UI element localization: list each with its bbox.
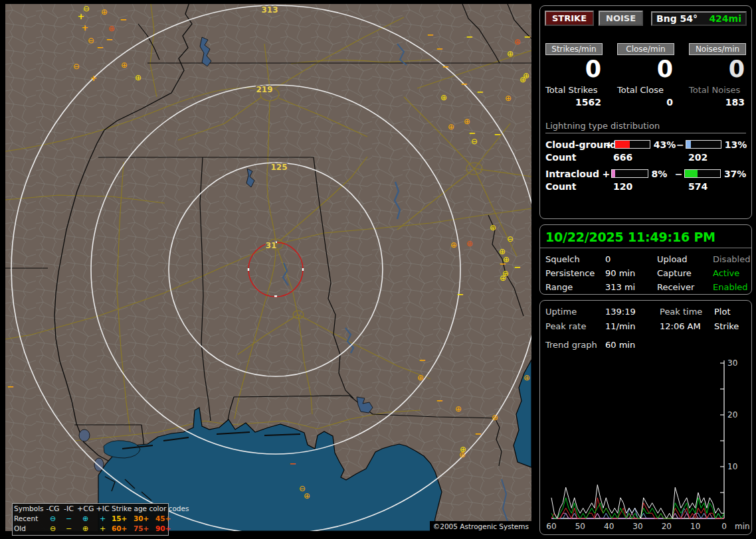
strike-button[interactable]: STRIKE bbox=[545, 11, 594, 26]
svg-text:50: 50 bbox=[575, 522, 585, 531]
map-area[interactable]: 31321912531 ⊖⊕+−+⊕⊖−−⊖⊕+⊕−−⊕−⊕−−⊕⊕−−⊕⊕⊕⊕… bbox=[5, 4, 531, 531]
datetime-display: 10/22/2025 11:49:16 PM bbox=[540, 225, 751, 248]
plus-icon: + bbox=[82, 23, 89, 33]
svg-text:10: 10 bbox=[690, 522, 700, 531]
svg-text:219: 219 bbox=[256, 85, 272, 94]
legend-header-pos-cg: +CG bbox=[76, 505, 94, 512]
minus-icon: − bbox=[419, 355, 426, 365]
minus-icon: − bbox=[427, 30, 434, 40]
minus-sign: − bbox=[676, 139, 684, 150]
circle-minus-icon: ⊖ bbox=[73, 62, 80, 71]
minus-icon: − bbox=[514, 262, 521, 272]
total-close-value: 0 bbox=[617, 97, 674, 108]
total-strikes-value: 1562 bbox=[545, 97, 603, 108]
plot-label: Plot bbox=[714, 307, 746, 317]
capture-status: Active bbox=[713, 268, 750, 278]
copyright-notice: ©2005 Astrogenic Systems bbox=[430, 521, 532, 532]
circle-plus-icon: ⊕ bbox=[500, 273, 506, 283]
peak-rate-value: 11/min bbox=[605, 321, 660, 331]
legend-row-recent-label: Recent bbox=[13, 515, 44, 522]
circle-plus-icon: ⊕ bbox=[135, 73, 142, 82]
circle-plus-icon: ⊕ bbox=[448, 122, 454, 131]
cg-negative-pct: 13% bbox=[723, 139, 747, 150]
circle-plus-icon: ⊕ bbox=[464, 117, 470, 126]
circle-plus-icon: ⊕ bbox=[455, 404, 462, 414]
map-legend: Symbols -CG -IC +CG +IC Strike age color… bbox=[12, 503, 169, 536]
peak-time-value: 12:06 AM bbox=[660, 321, 714, 331]
close-per-min-value: 0 bbox=[617, 57, 674, 82]
minus-icon: − bbox=[477, 87, 484, 97]
svg-text:20: 20 bbox=[662, 522, 672, 531]
noises-column: Noises/min 0 Total Noises 183 bbox=[689, 42, 746, 108]
cloud-ground-count-row: Count 666 202 bbox=[540, 150, 751, 163]
minus-icon: − bbox=[494, 129, 502, 139]
ic-positive-count: 120 bbox=[605, 181, 680, 192]
minus-icon: − bbox=[60, 515, 76, 522]
lake-pontchartrain bbox=[104, 441, 140, 458]
close-column: Close/min 0 Total Close 0 bbox=[617, 42, 674, 108]
circle-plus-icon: ⊕ bbox=[505, 94, 512, 103]
plus-sign: + bbox=[605, 139, 613, 150]
bearing-value: Bng 54° bbox=[656, 13, 698, 24]
plus-icon: + bbox=[94, 515, 110, 522]
circle-plus-icon: ⊕ bbox=[101, 7, 108, 17]
minus-icon: − bbox=[60, 525, 76, 532]
circle-plus-icon: ⊕ bbox=[108, 24, 115, 33]
circle-plus-icon: ⊕ bbox=[523, 373, 530, 382]
session-panel: Uptime 139:19 Peak time Plot Peak rate 1… bbox=[539, 300, 752, 535]
count-label: Count bbox=[545, 181, 605, 192]
close-per-min-button[interactable]: Close/min bbox=[617, 43, 674, 55]
range-label: Range bbox=[545, 282, 605, 292]
minus-icon: − bbox=[475, 429, 482, 439]
minus-icon: − bbox=[97, 42, 104, 52]
strikes-per-min-button[interactable]: Strikes/min bbox=[545, 43, 603, 55]
ic-negative-pct: 37% bbox=[723, 169, 747, 179]
circle-plus-icon: ⊕ bbox=[507, 49, 514, 58]
upload-status: Disabled bbox=[713, 254, 750, 264]
legend-header-pos-ic: +IC bbox=[94, 505, 110, 512]
svg-text:313: 313 bbox=[261, 5, 278, 15]
minus-icon: − bbox=[7, 382, 15, 392]
noise-button[interactable]: NOISE bbox=[599, 11, 643, 26]
circle-plus-icon: ⊕ bbox=[417, 373, 424, 382]
age-code-60: 60+ bbox=[110, 525, 132, 532]
persistence-value: 90 min bbox=[605, 268, 657, 278]
nexstorm-window: 31321912531 ⊖⊕+−+⊕⊖−−⊖⊕+⊕−−⊕−⊕−−⊕⊕−−⊕⊕⊕⊕… bbox=[0, 0, 756, 539]
legend-age-title: Strike age color codes bbox=[110, 505, 175, 512]
minus-sign: − bbox=[675, 169, 682, 179]
minus-icon: − bbox=[500, 259, 507, 269]
circle-plus-icon: ⊕ bbox=[440, 93, 447, 102]
noises-per-min-button[interactable]: Noises/min bbox=[689, 43, 746, 55]
minus-icon: − bbox=[442, 62, 450, 72]
ic-negative-bar bbox=[684, 169, 721, 178]
cg-positive-bar bbox=[614, 140, 650, 149]
circle-plus-icon: ⊕ bbox=[514, 37, 521, 46]
age-code-15: 15+ bbox=[110, 515, 132, 522]
svg-text:125: 125 bbox=[270, 163, 287, 172]
legend-row-old-label: Old bbox=[13, 525, 44, 532]
svg-text:60: 60 bbox=[546, 522, 556, 531]
strikes-column: Strikes/min 0 Total Strikes 1562 bbox=[545, 42, 603, 108]
minus-icon: − bbox=[436, 396, 444, 406]
upload-label: Upload bbox=[657, 254, 713, 264]
svg-text:min: min bbox=[735, 522, 750, 531]
receiver-label: Receiver bbox=[657, 282, 713, 292]
circle-minus-icon: ⊖ bbox=[507, 234, 514, 244]
distribution-title: Lightning type distribution bbox=[545, 121, 746, 133]
bearing-display: Bng 54° 424mi bbox=[651, 11, 747, 26]
cg-positive-pct: 43% bbox=[652, 139, 676, 150]
trend-graph: 1020306050403020100min bbox=[541, 358, 752, 534]
total-noises-value: 183 bbox=[689, 97, 746, 108]
receiver-status: Enabled bbox=[713, 282, 750, 292]
circle-minus-icon: ⊖ bbox=[471, 137, 478, 146]
legend-header-neg-cg: -CG bbox=[44, 505, 60, 512]
plus-icon: + bbox=[94, 525, 110, 532]
minus-icon: − bbox=[457, 289, 464, 299]
lightning-map[interactable]: 31321912531 ⊖⊕+−+⊕⊖−−⊖⊕+⊕−−⊕−⊕−−⊕⊕−−⊕⊕⊕⊕… bbox=[5, 4, 531, 531]
cloud-ground-label: Cloud-ground bbox=[545, 139, 605, 150]
cg-positive-count: 666 bbox=[605, 152, 680, 163]
svg-text:0: 0 bbox=[721, 522, 727, 531]
plot-mode-value: Strike bbox=[714, 321, 746, 331]
minus-icon: − bbox=[524, 32, 531, 42]
svg-text:40: 40 bbox=[604, 522, 614, 531]
